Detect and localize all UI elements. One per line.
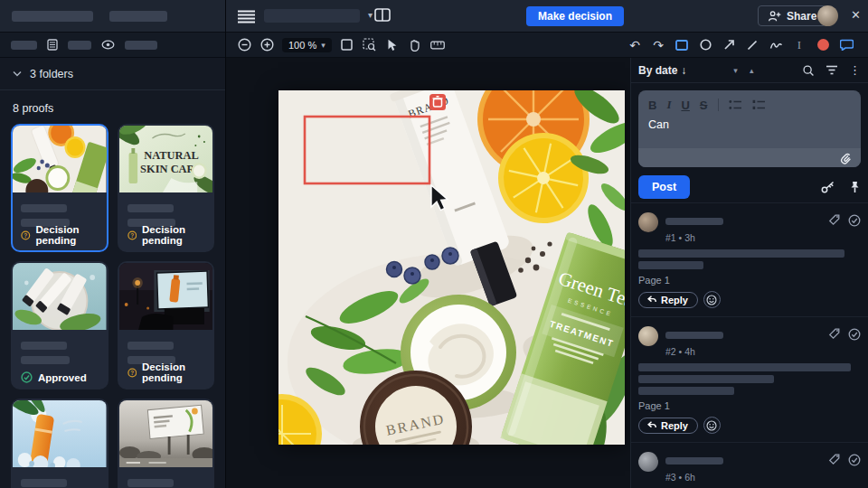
proof-thumbnail <box>119 263 213 330</box>
comment-tool-icon[interactable] <box>839 38 854 52</box>
close-icon[interactable]: ✕ <box>851 8 861 22</box>
line-tool-icon[interactable] <box>745 38 760 52</box>
comments-panel: By date ↓ ▾ ▴ ⋮ B I U S <box>630 58 868 488</box>
editor-format-toolbar: B I U S <box>638 90 861 114</box>
folders-label: 3 folders <box>30 68 73 80</box>
reply-arrow-icon <box>646 295 656 305</box>
zoom-out-icon[interactable] <box>237 38 251 52</box>
strikethrough-button[interactable]: S <box>700 99 708 112</box>
post-button[interactable]: Post <box>638 175 690 199</box>
underline-button[interactable]: U <box>681 99 689 112</box>
sort-by-date-button[interactable]: By date ↓ <box>638 64 686 77</box>
share-label: Share <box>787 10 816 23</box>
tag-icon[interactable] <box>828 214 840 227</box>
comment-item[interactable]: #2 • 4h Page 1 Reply <box>631 316 868 442</box>
tag-icon[interactable] <box>828 328 840 341</box>
document-list-icon[interactable] <box>47 39 58 51</box>
redacted-proof-name <box>127 342 174 350</box>
zoom-in-icon[interactable] <box>259 38 274 52</box>
resolve-check-icon[interactable] <box>848 328 861 341</box>
numbered-list-icon[interactable] <box>752 99 766 110</box>
proof-card-road-billboard[interactable] <box>118 399 215 488</box>
rectangle-tool-icon[interactable] <box>675 38 689 52</box>
proof-card-info: ? Decision pending <box>119 330 213 389</box>
zoom-level-dropdown[interactable]: 100 % ▾ <box>282 38 332 52</box>
thumb-title-line1: NATURAL <box>144 149 199 162</box>
eye-icon[interactable] <box>101 40 115 50</box>
pending-icon: ? <box>21 230 31 241</box>
chevron-up-icon[interactable]: ▴ <box>750 66 754 75</box>
redacted-proof-name <box>127 479 174 487</box>
annotation-marker-badge[interactable] <box>429 94 446 110</box>
search-icon[interactable] <box>802 64 815 77</box>
canvas-area[interactable]: BRAND <box>226 58 630 488</box>
pan-hand-icon[interactable] <box>408 38 422 52</box>
share-button[interactable]: Share <box>758 5 826 26</box>
proof-card-night-billboard[interactable]: ? Decision pending <box>118 261 215 389</box>
comment-input[interactable]: Can <box>638 114 861 148</box>
zoom-area-icon[interactable] <box>363 38 377 52</box>
attachment-icon[interactable] <box>839 152 853 164</box>
comment-item[interactable]: #3 • 6h Page 1 Reply <box>631 442 868 488</box>
undo-icon[interactable]: ↶ <box>627 38 642 52</box>
resolve-check-icon[interactable] <box>848 214 861 227</box>
pin-icon[interactable] <box>849 181 861 193</box>
comment-item[interactable]: #1 • 3h Page 1 Reply <box>631 202 868 316</box>
red-color-dot <box>817 39 829 51</box>
proof-card-white-tubes[interactable]: Approved <box>11 261 108 389</box>
filter-icon[interactable] <box>826 65 838 75</box>
status-label: Approved <box>38 372 87 383</box>
redo-icon[interactable]: ↷ <box>651 38 665 52</box>
comment-page-label: Page 1 <box>638 275 861 286</box>
avatar <box>638 452 658 472</box>
proof-card-cosmetics-flatlay[interactable]: ? Decision pending <box>11 124 108 252</box>
reply-button[interactable]: Reply <box>638 292 698 308</box>
add-reaction-button[interactable] <box>703 417 721 434</box>
comment-editor[interactable]: B I U S Can <box>638 90 861 167</box>
resolve-check-icon[interactable] <box>848 454 861 466</box>
proof-card-info <box>119 467 213 488</box>
folders-toggle[interactable]: 3 folders <box>0 58 225 90</box>
add-reaction-button[interactable] <box>703 291 721 308</box>
version-dropdown[interactable]: ▾ <box>264 9 360 23</box>
arrow-tool-icon[interactable] <box>722 38 736 52</box>
ellipse-tool-icon[interactable] <box>698 38 712 52</box>
redacted-comment-text <box>638 249 861 269</box>
italic-button[interactable]: I <box>666 98 671 112</box>
main-header: ▾ Make decision Share ✕ <box>226 0 868 58</box>
make-decision-button[interactable]: Make decision <box>526 6 624 26</box>
proof-page-image[interactable]: BRAND <box>278 90 625 445</box>
post-row: Post <box>638 175 861 199</box>
private-key-icon[interactable] <box>821 181 835 193</box>
reply-label: Reply <box>661 295 688 305</box>
bold-button[interactable]: B <box>648 99 656 112</box>
avatar[interactable] <box>817 5 838 26</box>
select-cursor-icon[interactable] <box>385 38 400 52</box>
freehand-tool-icon[interactable] <box>769 38 783 52</box>
compare-view-icon[interactable] <box>374 8 391 22</box>
reply-button[interactable]: Reply <box>638 418 698 434</box>
redacted-label <box>68 41 91 50</box>
proof-card-natural-skin-care[interactable]: NATURAL SKIN CARE ? Decision pending <box>118 124 215 252</box>
kebab-menu-icon[interactable]: ⋮ <box>849 63 861 77</box>
chevron-down-icon[interactable]: ▾ <box>733 66 738 75</box>
annotation-toolbar: ↶ ↷ I <box>627 33 854 57</box>
proof-thumbnail: NATURAL SKIN CARE <box>119 126 213 192</box>
comment-meta: #3 • 6h <box>665 472 723 483</box>
measure-ruler-icon[interactable] <box>430 38 445 52</box>
redacted-proof-name <box>21 204 67 212</box>
share-person-icon <box>768 10 781 23</box>
sidebar-toolbar <box>0 33 225 58</box>
comments-panel-header: By date ↓ ▾ ▴ ⋮ <box>631 58 868 83</box>
bullet-list-icon[interactable] <box>729 99 742 110</box>
fit-page-icon[interactable] <box>340 38 354 52</box>
proof-card-sunscreen[interactable] <box>11 399 108 488</box>
proof-thumbnail <box>13 400 107 467</box>
text-tool-icon[interactable]: I <box>792 38 807 52</box>
chevron-down-icon: ▾ <box>321 41 326 50</box>
redacted-commenter-name <box>665 332 723 339</box>
menu-icon[interactable] <box>238 10 255 23</box>
proof-card-info: Approved <box>13 330 107 389</box>
annotation-color-swatch[interactable] <box>816 38 830 52</box>
tag-icon[interactable] <box>828 454 840 466</box>
